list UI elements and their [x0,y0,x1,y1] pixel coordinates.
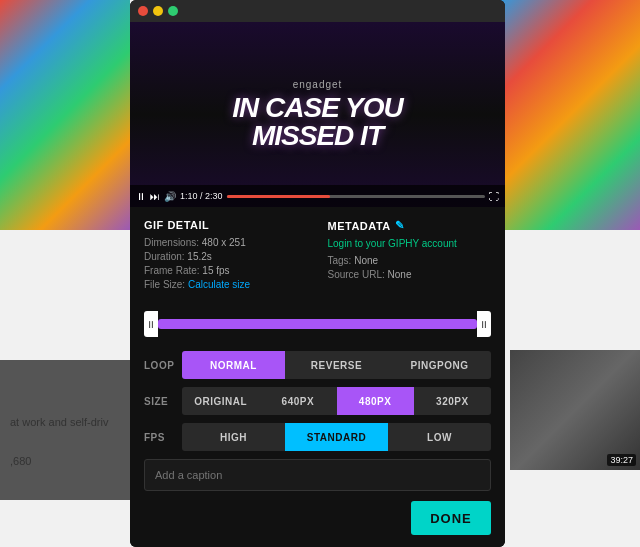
login-link[interactable]: Login to your GIPHY account [328,238,492,249]
loop-btn-group: NORMAL REVERSE PINGPONG [182,351,491,379]
size-320-btn[interactable]: 320PX [414,387,491,415]
trim-bar-area: ⏸ ⏸ [130,305,505,343]
size-640-btn[interactable]: 640PX [259,387,336,415]
size-480-btn[interactable]: 480PX [337,387,414,415]
video-progress-bar[interactable] [227,195,485,198]
loop-normal-btn[interactable]: NORMAL [182,351,285,379]
modal: engadget IN CASE YOU MISSED IT ⏸ ⏭ 🔊 1:1… [130,0,505,547]
size-label: SIZE [144,396,182,407]
fullscreen-icon[interactable]: ⛶ [489,191,499,202]
done-row: DONE [144,501,491,535]
edit-icon[interactable]: ✎ [395,219,405,232]
size-original-btn[interactable]: ORIGINAL [182,387,259,415]
fps-high-btn[interactable]: HIGH [182,423,285,451]
metadata-title: METADATA ✎ [328,219,492,232]
bg-colorful-left [0,0,130,230]
loop-pingpong-btn[interactable]: PINGPONG [388,351,491,379]
gif-detail-col: GIF DETAIL Dimensions: 480 x 251 Duratio… [144,219,308,293]
close-dot[interactable] [138,6,148,16]
source-row: Source URL: None [328,269,492,280]
fps-row: FPS HIGH STANDARD LOW [144,423,491,451]
trim-bar[interactable]: ⏸ ⏸ [144,311,491,337]
dimensions-row: Dimensions: 480 x 251 [144,237,308,248]
trim-track [158,319,477,329]
fps-standard-btn[interactable]: STANDARD [285,423,388,451]
metadata-col: METADATA ✎ Login to your GIPHY account T… [328,219,492,293]
done-button[interactable]: DONE [411,501,491,535]
maximize-dot[interactable] [168,6,178,16]
video-brand: engadget [293,79,343,90]
next-icon[interactable]: ⏭ [150,191,160,202]
info-area: GIF DETAIL Dimensions: 480 x 251 Duratio… [130,207,505,305]
size-btn-group: ORIGINAL 640PX 480PX 320PX [182,387,491,415]
pause-icon[interactable]: ⏸ [136,191,146,202]
trim-handle-left[interactable]: ⏸ [144,311,158,337]
tags-row: Tags: None [328,255,492,266]
controls-area: LOOP NORMAL REVERSE PINGPONG SIZE ORIGIN… [130,343,505,547]
bg-bottom-text: at work and self-driv [10,415,130,430]
volume-icon[interactable]: 🔊 [164,191,176,202]
loop-label: LOOP [144,360,182,371]
video-progress-fill [227,195,330,198]
video-title-line2: MISSED IT [252,122,383,150]
fps-label: FPS [144,432,182,443]
trim-handle-right[interactable]: ⏸ [477,311,491,337]
size-row: SIZE ORIGINAL 640PX 480PX 320PX [144,387,491,415]
minimize-dot[interactable] [153,6,163,16]
duration-row: Duration: 15.2s [144,251,308,262]
trim-right-icon: ⏸ [479,319,489,330]
loop-reverse-btn[interactable]: REVERSE [285,351,388,379]
title-bar [130,0,505,22]
calculate-size-link[interactable]: Calculate size [188,279,250,290]
loop-row: LOOP NORMAL REVERSE PINGPONG [144,351,491,379]
video-title-line1: IN CASE YOU [232,94,403,122]
bg-counter: ,680 [10,455,31,467]
caption-row [144,459,491,491]
thumb-duration-text: 39:27 [607,454,636,466]
fps-low-btn[interactable]: LOW [388,423,491,451]
framerate-row: Frame Rate: 15 fps [144,265,308,276]
fps-btn-group: HIGH STANDARD LOW [182,423,491,451]
caption-input[interactable] [144,459,491,491]
trim-left-icon: ⏸ [146,319,156,330]
gif-detail-title: GIF DETAIL [144,219,308,231]
bg-right-thumbnail: 39:27 [510,350,640,470]
video-controls: ⏸ ⏭ 🔊 1:10 / 2:30 ⛶ [130,185,505,207]
bg-colorful-right [500,0,640,230]
filesize-row: File Size: Calculate size [144,279,308,290]
video-time: 1:10 / 2:30 [180,191,223,201]
video-preview: engadget IN CASE YOU MISSED IT ⏸ ⏭ 🔊 1:1… [130,22,505,207]
